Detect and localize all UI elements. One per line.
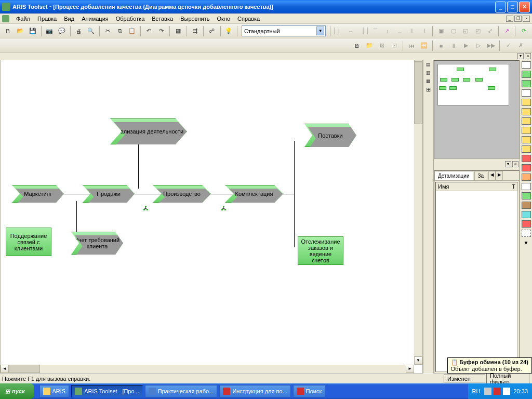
palette-shape-yellow5[interactable] (522, 136, 531, 143)
scroll-right-button[interactable]: ► (406, 365, 414, 373)
shape-sales[interactable]: Продажи (83, 185, 135, 203)
paste-button[interactable]: 📋 (127, 25, 138, 37)
menu-animation[interactable]: Анимация (78, 15, 112, 23)
open-button[interactable]: 📂 (15, 25, 26, 37)
undo-button[interactable]: ↶ (143, 25, 155, 37)
menu-align[interactable]: Выровнить (177, 15, 213, 23)
group-button[interactable]: ▣ (435, 25, 447, 37)
minimap[interactable] (434, 60, 520, 159)
size-button[interactable]: ⤢ (484, 25, 496, 37)
minimize-button[interactable]: _ (495, 2, 506, 12)
shape-realization[interactable]: Реализация деятельности (110, 118, 187, 144)
palette-shape-brown[interactable] (522, 202, 531, 209)
shape-tracking[interactable]: Отслеживание заказов и ведение счетов (298, 236, 343, 265)
new-button[interactable]: 🗋 (3, 25, 14, 37)
nav-icon-expand[interactable]: ⊞ (424, 85, 433, 94)
properties-list[interactable]: Имя Т (435, 182, 518, 372)
back-button[interactable]: ◰ (472, 25, 484, 37)
refresh-button[interactable]: ⟳ (518, 25, 529, 37)
check-button[interactable]: ✓ (502, 40, 514, 51)
palette-shape-yellow1[interactable] (522, 99, 531, 106)
menu-edit[interactable]: Правка (34, 15, 60, 23)
mdi-minimize[interactable]: _ (506, 16, 513, 22)
cut-button[interactable]: ✂ (102, 25, 114, 37)
nav-icon-1[interactable]: ▤ (424, 60, 433, 69)
tray-icon-1[interactable] (484, 388, 491, 395)
preview-button[interactable]: 🔍 (85, 25, 97, 37)
task-pdf1[interactable]: Инструкция для по... (219, 385, 290, 397)
palette-shape-yellow4[interactable] (522, 127, 531, 134)
style-combo[interactable]: Стандартный ▼ (242, 25, 326, 36)
task-aris-toolset[interactable]: ARIS Toolset - [Про... (71, 385, 143, 397)
tray-icon-3[interactable] (503, 388, 510, 395)
palette-tool-select[interactable] (522, 61, 531, 69)
palette-shape-green3[interactable] (522, 192, 531, 200)
props-pin-button[interactable]: ▾ (505, 161, 511, 167)
palette-close-button[interactable]: × (525, 53, 531, 59)
shape-supplies[interactable]: Поставки (304, 124, 356, 147)
props-button[interactable]: ▦ (172, 25, 184, 37)
shape-client-relations[interactable]: Поддержание связей с клиентами (6, 228, 51, 256)
menu-file[interactable]: Файл (12, 15, 34, 23)
tray-icon-2[interactable] (494, 388, 501, 395)
align-left-button[interactable]: ▏▏ (333, 25, 344, 37)
scroll-thumb-v[interactable] (414, 62, 422, 124)
distribute-v-button[interactable]: ⫲ (419, 25, 430, 37)
chat-button[interactable]: 💬 (56, 25, 68, 37)
scroll-down-button[interactable]: ▼ (414, 356, 422, 365)
play-button[interactable]: ▶ (460, 40, 472, 51)
palette-pin-button[interactable]: ▾ (517, 53, 524, 59)
system-tray[interactable]: RU 20:33 (468, 383, 532, 399)
menu-processing[interactable]: Обработка (112, 15, 148, 23)
copy-button[interactable]: ⧉ (114, 25, 126, 37)
palette-down-icon[interactable]: ▼ (524, 240, 529, 246)
menu-insert[interactable]: Вставка (148, 15, 177, 23)
palette-shape-dashed[interactable] (522, 230, 531, 237)
hierarchy-button[interactable]: ⇶ (190, 25, 201, 37)
redo-button[interactable]: ↷ (156, 25, 167, 37)
tab-other[interactable]: За (474, 171, 488, 180)
front-button[interactable]: ◱ (460, 25, 471, 37)
diagram-canvas[interactable]: Реализация деятельности Поставки Маркети… (0, 53, 423, 374)
palette-shape-red1[interactable] (522, 155, 531, 162)
step-button[interactable]: ▷ (473, 40, 484, 51)
palette-shape-yellow2[interactable] (522, 108, 531, 115)
palette-shape-yellow3[interactable] (522, 117, 531, 125)
palette-shape-yellow6[interactable] (522, 145, 531, 153)
palette-shape-cyan[interactable] (522, 211, 531, 218)
start-button[interactable]: ⊞пуск (0, 383, 34, 399)
menu-window[interactable]: Окно (213, 15, 234, 23)
h-scrollbar[interactable]: ◄ ► (1, 365, 414, 373)
pause-button[interactable]: ⏸ (448, 40, 459, 51)
ungroup-button[interactable]: ▢ (448, 25, 459, 37)
distribute-h-button[interactable]: ⫴ (406, 25, 418, 37)
camera-button[interactable]: 📷 (44, 25, 56, 37)
nav-icon-2[interactable]: ▥ (424, 69, 433, 77)
shape-requirements[interactable]: Учет требований клиента (71, 232, 123, 255)
palette-shape-orange[interactable] (522, 174, 531, 181)
align-middle-button[interactable]: ↕ (382, 25, 393, 37)
palette-shape-red3[interactable] (522, 220, 531, 228)
maximize-button[interactable]: □ (507, 2, 518, 12)
align-center-button[interactable]: ↔ (345, 25, 357, 37)
save-button[interactable]: 💾 (27, 25, 38, 37)
back-step-button[interactable]: ⏪ (418, 40, 430, 51)
mdi-close[interactable]: × (523, 16, 530, 22)
tab-prev-button[interactable]: ◄ (488, 171, 496, 180)
print-button[interactable]: 🖨 (73, 25, 85, 37)
export-button[interactable]: ↗ (501, 25, 513, 37)
palette-shape-white[interactable] (522, 89, 531, 97)
v-scrollbar[interactable]: ▲ ▼ (414, 54, 422, 365)
props-close-button[interactable]: × (512, 161, 518, 167)
bulb-button[interactable]: 💡 (223, 25, 234, 37)
mdi-restore[interactable]: ❐ (514, 16, 522, 22)
doc-button[interactable]: 🗎 (351, 40, 363, 51)
menu-view[interactable]: Вид (60, 15, 78, 23)
align-bottom-button[interactable]: ⎽ (394, 25, 406, 37)
link-button[interactable]: ☍ (206, 25, 218, 37)
folder-button[interactable]: 📁 (364, 40, 375, 51)
task-pdf2[interactable]: Поиск (293, 385, 325, 397)
clock[interactable]: 20:33 (513, 388, 528, 394)
stop-rec-button[interactable]: ⊠ (376, 40, 388, 51)
palette-shape-green2[interactable] (522, 80, 531, 87)
